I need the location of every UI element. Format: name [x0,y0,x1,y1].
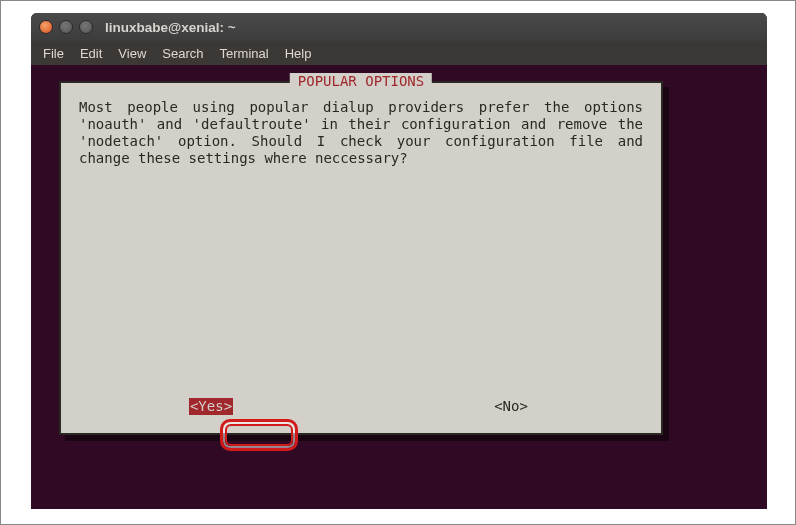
dialog-title: POPULAR OPTIONS [290,73,432,90]
menu-edit[interactable]: Edit [74,44,108,63]
menubar: File Edit View Search Terminal Help [31,41,767,65]
yes-button[interactable]: <Yes> [189,398,233,415]
terminal-window: linuxbabe@xenial: ~ File Edit View Searc… [31,13,767,509]
titlebar: linuxbabe@xenial: ~ [31,13,767,41]
dialog-body: Most people using popular dialup provide… [61,83,661,167]
menu-help[interactable]: Help [279,44,318,63]
menu-terminal[interactable]: Terminal [214,44,275,63]
minimize-icon[interactable] [59,20,73,34]
menu-file[interactable]: File [37,44,70,63]
close-icon[interactable] [39,20,53,34]
menu-search[interactable]: Search [156,44,209,63]
maximize-icon[interactable] [79,20,93,34]
window-title: linuxbabe@xenial: ~ [105,20,236,35]
terminal-content: POPULAR OPTIONS Most people using popula… [31,65,767,465]
tui-dialog: POPULAR OPTIONS Most people using popula… [59,81,663,435]
menu-view[interactable]: View [112,44,152,63]
no-button[interactable]: <No> [494,398,528,414]
dialog-buttons: <Yes> <No> [61,398,661,415]
